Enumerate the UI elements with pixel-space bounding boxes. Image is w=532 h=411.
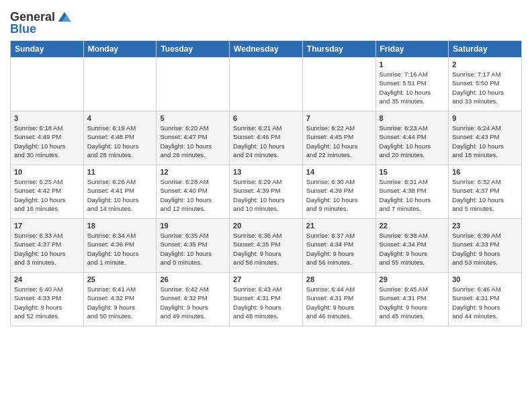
day-info: Sunrise: 6:25 AM Sunset: 4:42 PM Dayligh… — [14, 177, 80, 213]
day-info: Sunrise: 6:24 AM Sunset: 4:43 PM Dayligh… — [452, 124, 518, 159]
calendar-cell — [83, 58, 157, 111]
calendar-cell — [302, 58, 375, 111]
calendar-cell: 18Sunrise: 6:34 AM Sunset: 4:36 PM Dayli… — [83, 219, 157, 273]
calendar-cell: 13Sunrise: 6:29 AM Sunset: 4:39 PM Dayli… — [230, 165, 303, 219]
day-number: 20 — [233, 222, 299, 230]
calendar-cell: 22Sunrise: 6:38 AM Sunset: 4:34 PM Dayli… — [375, 219, 449, 273]
day-number: 2 — [452, 60, 518, 68]
day-number: 27 — [233, 275, 299, 283]
day-info: Sunrise: 6:23 AM Sunset: 4:44 PM Dayligh… — [380, 124, 445, 159]
day-info: Sunrise: 7:17 AM Sunset: 5:50 PM Dayligh… — [452, 70, 518, 105]
day-number: 4 — [87, 114, 153, 122]
calendar-cell: 25Sunrise: 6:41 AM Sunset: 4:32 PM Dayli… — [83, 273, 157, 326]
day-info: Sunrise: 6:21 AM Sunset: 4:46 PM Dayligh… — [233, 124, 299, 159]
day-info: Sunrise: 6:39 AM Sunset: 4:33 PM Dayligh… — [452, 231, 518, 267]
calendar: SundayMondayTuesdayWednesdayThursdayFrid… — [10, 40, 522, 326]
day-number: 15 — [380, 168, 445, 176]
day-number: 13 — [233, 168, 299, 176]
weekday-header-wednesday: Wednesday — [230, 41, 303, 58]
weekday-header-thursday: Thursday — [302, 41, 375, 58]
calendar-cell: 20Sunrise: 6:36 AM Sunset: 4:35 PM Dayli… — [230, 219, 303, 273]
calendar-cell: 28Sunrise: 6:44 AM Sunset: 4:31 PM Dayli… — [302, 273, 375, 326]
day-number: 16 — [452, 168, 518, 176]
calendar-cell: 27Sunrise: 6:43 AM Sunset: 4:31 PM Dayli… — [230, 273, 303, 326]
calendar-cell: 29Sunrise: 6:45 AM Sunset: 4:31 PM Dayli… — [375, 273, 449, 326]
day-number: 17 — [14, 222, 80, 230]
calendar-cell: 17Sunrise: 6:33 AM Sunset: 4:37 PM Dayli… — [11, 219, 84, 273]
calendar-cell: 21Sunrise: 6:37 AM Sunset: 4:34 PM Dayli… — [302, 219, 375, 273]
calendar-cell — [11, 58, 84, 111]
day-number: 19 — [160, 222, 226, 230]
calendar-cell: 1Sunrise: 7:16 AM Sunset: 5:51 PM Daylig… — [375, 58, 449, 111]
calendar-cell: 2Sunrise: 7:17 AM Sunset: 5:50 PM Daylig… — [449, 58, 522, 111]
weekday-header-friday: Friday — [375, 41, 449, 58]
calendar-cell: 7Sunrise: 6:22 AM Sunset: 4:45 PM Daylig… — [302, 111, 375, 165]
day-number: 6 — [233, 114, 299, 122]
day-number: 12 — [160, 168, 226, 176]
day-number: 10 — [14, 168, 80, 176]
day-number: 26 — [160, 275, 226, 283]
day-info: Sunrise: 6:34 AM Sunset: 4:36 PM Dayligh… — [87, 231, 153, 267]
day-info: Sunrise: 6:35 AM Sunset: 4:35 PM Dayligh… — [160, 231, 226, 267]
day-info: Sunrise: 6:32 AM Sunset: 4:37 PM Dayligh… — [452, 177, 518, 213]
calendar-cell: 4Sunrise: 6:19 AM Sunset: 4:48 PM Daylig… — [83, 111, 157, 165]
day-info: Sunrise: 6:37 AM Sunset: 4:34 PM Dayligh… — [306, 231, 372, 267]
day-info: Sunrise: 6:40 AM Sunset: 4:33 PM Dayligh… — [14, 285, 80, 320]
day-info: Sunrise: 6:26 AM Sunset: 4:41 PM Dayligh… — [87, 177, 153, 213]
day-info: Sunrise: 6:38 AM Sunset: 4:34 PM Dayligh… — [380, 231, 445, 267]
day-number: 28 — [306, 275, 372, 283]
calendar-cell: 24Sunrise: 6:40 AM Sunset: 4:33 PM Dayli… — [11, 273, 84, 326]
day-number: 25 — [87, 275, 153, 283]
calendar-cell — [157, 58, 230, 111]
weekday-header-tuesday: Tuesday — [157, 41, 230, 58]
calendar-cell: 11Sunrise: 6:26 AM Sunset: 4:41 PM Dayli… — [83, 165, 157, 219]
logo-icon — [57, 9, 72, 24]
weekday-header-saturday: Saturday — [449, 41, 522, 58]
calendar-cell: 3Sunrise: 6:18 AM Sunset: 4:49 PM Daylig… — [11, 111, 84, 165]
calendar-cell: 10Sunrise: 6:25 AM Sunset: 4:42 PM Dayli… — [11, 165, 84, 219]
day-info: Sunrise: 6:43 AM Sunset: 4:31 PM Dayligh… — [233, 285, 299, 320]
calendar-cell: 6Sunrise: 6:21 AM Sunset: 4:46 PM Daylig… — [230, 111, 303, 165]
calendar-cell — [230, 58, 303, 111]
logo-blue: Blue — [10, 22, 36, 36]
day-number: 9 — [452, 114, 518, 122]
logo: General Blue — [10, 9, 72, 36]
calendar-cell: 8Sunrise: 6:23 AM Sunset: 4:44 PM Daylig… — [375, 111, 449, 165]
day-info: Sunrise: 6:28 AM Sunset: 4:40 PM Dayligh… — [160, 177, 226, 213]
calendar-cell: 23Sunrise: 6:39 AM Sunset: 4:33 PM Dayli… — [449, 219, 522, 273]
day-info: Sunrise: 6:29 AM Sunset: 4:39 PM Dayligh… — [233, 177, 299, 213]
calendar-cell: 15Sunrise: 6:31 AM Sunset: 4:38 PM Dayli… — [375, 165, 449, 219]
day-info: Sunrise: 6:41 AM Sunset: 4:32 PM Dayligh… — [87, 285, 153, 320]
weekday-header-sunday: Sunday — [11, 41, 84, 58]
day-info: Sunrise: 6:18 AM Sunset: 4:49 PM Dayligh… — [14, 124, 80, 159]
day-number: 7 — [306, 114, 372, 122]
day-info: Sunrise: 6:46 AM Sunset: 4:31 PM Dayligh… — [452, 285, 518, 320]
day-number: 11 — [87, 168, 153, 176]
day-info: Sunrise: 7:16 AM Sunset: 5:51 PM Dayligh… — [380, 70, 445, 105]
day-info: Sunrise: 6:22 AM Sunset: 4:45 PM Dayligh… — [306, 124, 372, 159]
day-info: Sunrise: 6:36 AM Sunset: 4:35 PM Dayligh… — [233, 231, 299, 267]
day-info: Sunrise: 6:20 AM Sunset: 4:47 PM Dayligh… — [160, 124, 226, 159]
calendar-cell: 16Sunrise: 6:32 AM Sunset: 4:37 PM Dayli… — [449, 165, 522, 219]
calendar-cell: 26Sunrise: 6:42 AM Sunset: 4:32 PM Dayli… — [157, 273, 230, 326]
day-number: 5 — [160, 114, 226, 122]
day-number: 21 — [306, 222, 372, 230]
day-number: 3 — [14, 114, 80, 122]
day-number: 8 — [380, 114, 445, 122]
logo-container: General Blue — [10, 9, 72, 36]
day-info: Sunrise: 6:44 AM Sunset: 4:31 PM Dayligh… — [306, 285, 372, 320]
day-number: 29 — [380, 275, 445, 283]
day-number: 14 — [306, 168, 372, 176]
day-info: Sunrise: 6:30 AM Sunset: 4:39 PM Dayligh… — [306, 177, 372, 213]
day-number: 1 — [380, 60, 445, 68]
day-number: 22 — [380, 222, 445, 230]
day-number: 24 — [14, 275, 80, 283]
day-info: Sunrise: 6:31 AM Sunset: 4:38 PM Dayligh… — [380, 177, 445, 213]
day-number: 23 — [452, 222, 518, 230]
day-info: Sunrise: 6:45 AM Sunset: 4:31 PM Dayligh… — [380, 285, 445, 320]
calendar-cell: 12Sunrise: 6:28 AM Sunset: 4:40 PM Dayli… — [157, 165, 230, 219]
calendar-cell: 9Sunrise: 6:24 AM Sunset: 4:43 PM Daylig… — [449, 111, 522, 165]
weekday-header-monday: Monday — [83, 41, 157, 58]
day-number: 30 — [452, 275, 518, 283]
calendar-cell: 19Sunrise: 6:35 AM Sunset: 4:35 PM Dayli… — [157, 219, 230, 273]
